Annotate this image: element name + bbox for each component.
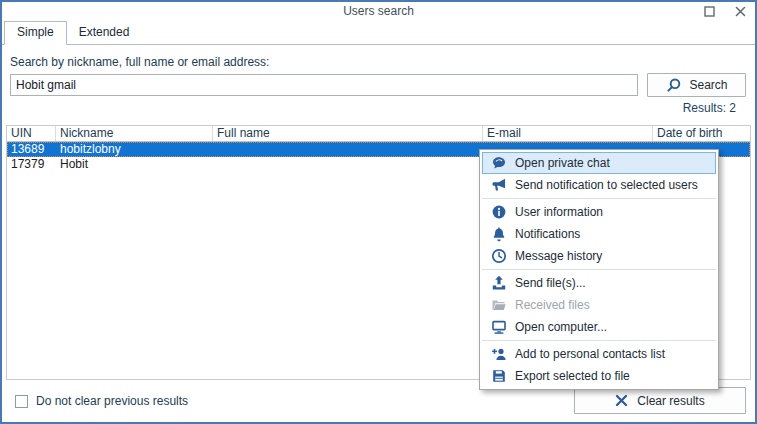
cell-nickname: Hobit [56, 157, 213, 172]
menu-item-label: Message history [515, 249, 602, 263]
menu-item-open-computer[interactable]: Open computer... [482, 316, 716, 338]
tab-extended-label: Extended [79, 25, 130, 39]
menu-item-send-files[interactable]: Send file(s)... [482, 272, 716, 294]
menu-item-label: Notifications [515, 227, 580, 241]
search-button[interactable]: Search [647, 73, 746, 97]
menu-item-label: Send file(s)... [515, 276, 586, 290]
search-button-label: Search [689, 78, 727, 92]
menu-separator [482, 340, 716, 341]
menu-item-label: Export selected to file [515, 369, 630, 383]
menu-item-notifications[interactable]: Notifications [482, 223, 716, 245]
cell-fullname [213, 142, 483, 157]
tab-simple[interactable]: Simple [4, 21, 67, 45]
clear-x-icon [615, 394, 628, 407]
menu-item-add-to-contacts[interactable]: Add to personal contacts list [482, 343, 716, 365]
menu-item-received-files[interactable]: Received files [482, 294, 716, 316]
export-icon [482, 368, 515, 384]
menu-item-open-private-chat[interactable]: Open private chat [482, 152, 716, 174]
context-menu: Open private chat Send notification to s… [479, 149, 719, 390]
search-icon [665, 77, 682, 94]
chat-icon [482, 155, 515, 171]
titlebar: Users search [2, 2, 755, 20]
column-header-nickname[interactable]: Nickname [56, 126, 213, 141]
bell-icon [482, 226, 515, 242]
results-count: Results: 2 [10, 97, 746, 115]
cell-nickname: hobitzlobny [56, 142, 213, 157]
upload-icon [482, 275, 515, 291]
cell-fullname [213, 157, 483, 172]
menu-item-user-information[interactable]: User information [482, 201, 716, 223]
clear-results-label: Clear results [637, 394, 704, 408]
table-header: UIN Nickname Full name E-mail Date of bi… [7, 126, 750, 142]
menu-separator [482, 269, 716, 270]
menu-separator [482, 198, 716, 199]
close-icon [735, 6, 746, 17]
tab-simple-label: Simple [17, 25, 54, 39]
menu-item-export-selected[interactable]: Export selected to file [482, 365, 716, 387]
window-title: Users search [2, 2, 755, 21]
menu-item-send-notification[interactable]: Send notification to selected users [482, 174, 716, 196]
cell-uin: 17379 [7, 157, 56, 172]
person-add-icon [482, 346, 515, 362]
do-not-clear-label: Do not clear previous results [36, 394, 188, 408]
tabstrip: Simple Extended [2, 22, 755, 45]
maximize-button[interactable] [702, 5, 716, 18]
computer-icon [482, 319, 515, 335]
menu-item-label: Add to personal contacts list [515, 347, 665, 361]
menu-item-label: User information [515, 205, 603, 219]
column-header-dob[interactable]: Date of birth [653, 126, 750, 141]
search-label: Search by nickname, full name or email a… [10, 55, 746, 69]
column-header-email[interactable]: E-mail [483, 126, 653, 141]
menu-item-message-history[interactable]: Message history [482, 245, 716, 267]
cell-uin: 13689 [7, 142, 56, 157]
search-area: Search by nickname, full name or email a… [2, 45, 755, 115]
maximize-icon [704, 6, 715, 17]
menu-item-label: Received files [515, 298, 590, 312]
close-button[interactable] [733, 5, 747, 18]
megaphone-icon [482, 177, 515, 193]
column-header-fullname[interactable]: Full name [213, 126, 483, 141]
do-not-clear-checkbox[interactable] [15, 395, 28, 408]
do-not-clear-checkbox-row[interactable]: Do not clear previous results [15, 394, 188, 408]
clock-icon [482, 248, 515, 264]
folder-icon [482, 297, 515, 313]
info-icon [482, 204, 515, 220]
clear-results-button[interactable]: Clear results [574, 387, 746, 414]
users-search-window: Users search Simple Extended Search by n… [0, 0, 757, 424]
column-header-uin[interactable]: UIN [7, 126, 56, 141]
menu-item-label: Send notification to selected users [515, 178, 698, 192]
tab-extended[interactable]: Extended [67, 22, 142, 44]
window-controls [702, 5, 747, 18]
menu-item-label: Open computer... [515, 320, 607, 334]
search-input[interactable] [10, 74, 638, 96]
menu-item-label: Open private chat [515, 156, 610, 170]
search-row: Search [10, 74, 746, 97]
